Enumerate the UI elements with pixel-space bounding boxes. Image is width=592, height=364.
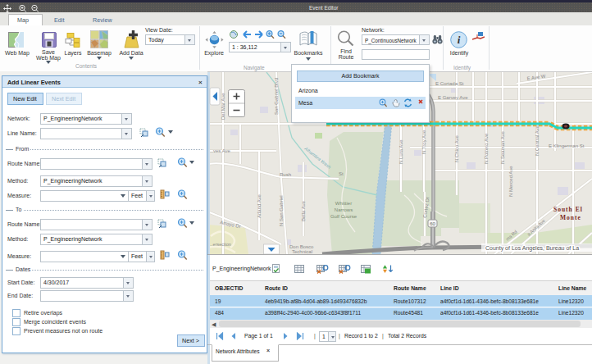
svg-text:Golf Course: Golf Course bbox=[330, 214, 357, 219]
svg-text:N Chico Ave: N Chico Ave bbox=[454, 134, 459, 162]
svg-text:...ves Ave: ...ves Ave bbox=[209, 148, 231, 153]
svg-text:i: i bbox=[458, 34, 461, 46]
svg-text:E Garvey Ave: E Garvey Ave bbox=[438, 95, 468, 100]
svg-text:San Gabriel Blvd: San Gabriel Blvd bbox=[274, 78, 279, 115]
svg-text:Narrows: Narrows bbox=[335, 207, 353, 212]
svg-text:E Klingerman St: E Klingerman St bbox=[549, 143, 585, 148]
svg-text:Bella Ave: Bella Ave bbox=[301, 200, 306, 221]
svg-text:60: 60 bbox=[430, 221, 435, 226]
svg-text:N Seaman Ave: N Seaman Ave bbox=[500, 130, 505, 164]
svg-text:South El: South El bbox=[553, 206, 583, 213]
svg-text:N Troy Ave: N Troy Ave bbox=[421, 130, 426, 154]
svg-text:N Central Ave: N Central Ave bbox=[535, 125, 540, 156]
svg-text:Del Mar Ave: Del Mar Ave bbox=[221, 93, 225, 120]
svg-text:N San Gabriel: N San Gabriel bbox=[279, 195, 284, 226]
svg-text:N Merced Ave: N Merced Ave bbox=[508, 166, 513, 197]
svg-text:Rush: Rush bbox=[280, 172, 291, 177]
svg-text:N Potrero Ave: N Potrero Ave bbox=[484, 133, 489, 164]
svg-text:E Cortada St: E Cortada St bbox=[435, 81, 464, 86]
svg-text:Arland Ave: Arland Ave bbox=[257, 193, 262, 218]
svg-text:St: St bbox=[339, 171, 344, 176]
svg-text:County of Los Angeles, Bureau: County of Los Angeles, Bureau of La bbox=[485, 245, 579, 252]
svg-text:N Lura Ave: N Lura Ave bbox=[398, 139, 403, 164]
svg-text:...ersection: ...ersection bbox=[209, 242, 231, 247]
svg-text:Whittier: Whittier bbox=[335, 201, 352, 206]
svg-text:Monte: Monte bbox=[560, 214, 581, 221]
